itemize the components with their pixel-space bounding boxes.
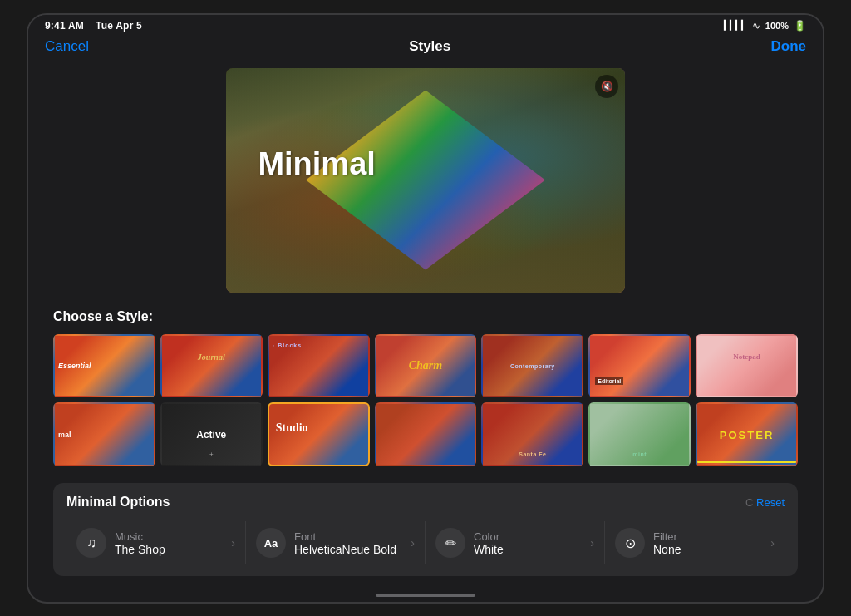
ipad-frame: 9:41 AM Tue Apr 5 ▎▎▎▎ ∿ 100% 🔋 Cancel S… bbox=[27, 13, 824, 604]
font-icon: Aa bbox=[256, 528, 286, 558]
style-item-santafe[interactable]: Santa Fe bbox=[481, 402, 583, 466]
mute-icon: 🔇 bbox=[601, 81, 613, 92]
status-time: 9:41 AM Tue Apr 5 bbox=[45, 20, 142, 32]
color-chevron-icon: › bbox=[590, 536, 594, 549]
video-preview: Minimal 🔇 bbox=[226, 68, 625, 293]
reset-button[interactable]: C Reset bbox=[745, 496, 785, 509]
styles-section-label: Choose a Style: bbox=[53, 309, 798, 324]
option-music-value: The Shop bbox=[115, 543, 226, 556]
option-filter-value: None bbox=[653, 543, 765, 556]
options-list: ♫ Music The Shop › Aa Font HelveticaNeue… bbox=[66, 521, 785, 564]
home-indicator bbox=[376, 594, 475, 597]
options-header: Minimal Options C Reset bbox=[66, 495, 785, 510]
option-color[interactable]: ✏ Color White › bbox=[426, 521, 605, 564]
signal-icon: ▎▎▎▎ bbox=[724, 20, 747, 31]
option-music[interactable]: ♫ Music The Shop › bbox=[66, 521, 246, 564]
battery-indicator: 100% bbox=[765, 21, 789, 31]
style-item-blocks[interactable]: ◦ Blocks bbox=[268, 334, 370, 398]
style-item-essential[interactable]: Essential bbox=[53, 334, 155, 398]
color-icon: ✏ bbox=[435, 528, 465, 558]
option-font-value: HelveticaNeue Bold bbox=[294, 543, 406, 556]
style-grid: Essential Journal ◦ Blocks Charm Contemp… bbox=[53, 334, 798, 467]
status-bar: 9:41 AM Tue Apr 5 ▎▎▎▎ ∿ 100% 🔋 bbox=[28, 15, 823, 35]
option-music-text: Music The Shop bbox=[115, 530, 226, 556]
video-frame: Minimal 🔇 bbox=[226, 68, 625, 293]
style-item-notepad[interactable]: Notepad bbox=[696, 334, 798, 398]
option-font-text: Font HelveticaNeue Bold bbox=[294, 530, 406, 556]
filter-icon: ⊙ bbox=[615, 528, 645, 558]
option-filter-label: Filter bbox=[653, 530, 765, 543]
style-item-minimal[interactable]: mal bbox=[53, 402, 155, 466]
style-item-journal[interactable]: Journal bbox=[160, 334, 263, 398]
option-font[interactable]: Aa Font HelveticaNeue Bold › bbox=[246, 521, 426, 564]
options-section: Minimal Options C Reset ♫ Music The Shop… bbox=[53, 483, 798, 576]
music-chevron-icon: › bbox=[231, 536, 235, 549]
style-item-charm[interactable]: Charm bbox=[375, 334, 477, 398]
font-chevron-icon: › bbox=[411, 536, 415, 549]
option-color-label: Color bbox=[474, 530, 585, 543]
options-title: Minimal Options bbox=[66, 495, 170, 510]
option-color-text: Color White bbox=[474, 530, 585, 556]
style-item-plain1[interactable] bbox=[375, 402, 477, 466]
wifi-icon: ∿ bbox=[752, 20, 760, 32]
style-item-active[interactable]: Active + bbox=[160, 402, 263, 466]
option-filter[interactable]: ⊙ Filter None › bbox=[605, 521, 785, 564]
style-item-studio[interactable]: Studio bbox=[268, 402, 370, 466]
option-filter-text: Filter None bbox=[653, 530, 765, 556]
page-title: Styles bbox=[409, 38, 450, 55]
style-item-poster[interactable]: POSTER bbox=[696, 402, 798, 466]
content-area: Minimal 🔇 Choose a Style: Essential Jour… bbox=[28, 62, 823, 587]
option-font-label: Font bbox=[294, 530, 406, 543]
style-item-editorial[interactable]: Editorial bbox=[588, 334, 691, 398]
mute-button[interactable]: 🔇 bbox=[595, 75, 618, 98]
option-color-value: White bbox=[474, 543, 585, 556]
option-music-label: Music bbox=[115, 530, 226, 543]
filter-chevron-icon: › bbox=[770, 536, 775, 549]
style-item-mint[interactable]: mint bbox=[588, 402, 691, 466]
status-indicators: ▎▎▎▎ ∿ 100% 🔋 bbox=[724, 20, 806, 32]
style-item-contemporary[interactable]: Contemporary bbox=[481, 334, 583, 398]
music-icon: ♫ bbox=[76, 528, 106, 558]
battery-icon: 🔋 bbox=[794, 20, 806, 32]
nav-bar: Cancel Styles Done bbox=[28, 35, 823, 62]
cancel-button[interactable]: Cancel bbox=[45, 38, 89, 55]
video-overlay-title: Minimal bbox=[258, 146, 375, 182]
done-button[interactable]: Done bbox=[770, 38, 806, 55]
